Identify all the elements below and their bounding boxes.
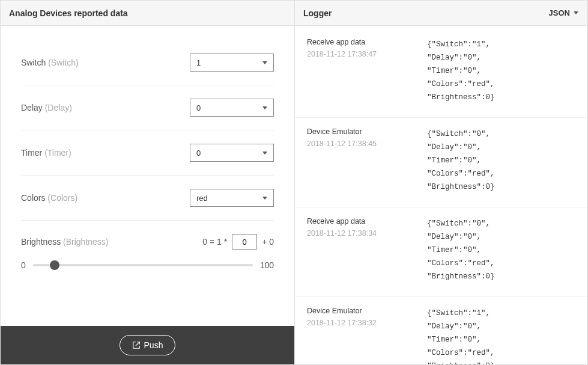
chevron-down-icon bbox=[262, 61, 267, 64]
logger-entry-title: Receive app data bbox=[307, 217, 427, 225]
field-colors-row: Colors (Colors) red bbox=[21, 176, 274, 221]
chevron-down-icon bbox=[262, 197, 267, 200]
logger-entry-timestamp: 2018-11-12 17:38:34 bbox=[307, 229, 427, 238]
field-timer-label: Timer (Timer) bbox=[21, 148, 190, 158]
brightness-min: 0 bbox=[21, 260, 26, 270]
logger-entry-payload: {"Switch":"0","Delay":"0","Timer":"0","C… bbox=[427, 217, 575, 283]
push-button-label: Push bbox=[144, 340, 163, 350]
field-switch-row: Switch (Switch) 1 bbox=[21, 40, 274, 85]
field-brightness-row: Brightness (Brightness) 0 = 1 * + 0 0 10… bbox=[21, 221, 274, 283]
logger-entry: Receive app data2018-11-12 17:38:34{"Swi… bbox=[295, 207, 587, 297]
reported-data-form: Switch (Switch) 1 Delay (Delay) bbox=[1, 26, 294, 293]
logger-entry: Device Emulator2018-11-12 17:38:45{"Swit… bbox=[295, 118, 587, 207]
colors-select-value: red bbox=[196, 194, 208, 203]
brightness-eq-suffix: + 0 bbox=[262, 237, 274, 247]
logger-entry: Receive app data2018-11-12 17:38:47{"Swi… bbox=[295, 28, 587, 118]
brightness-eq-prefix: 0 = 1 * bbox=[202, 237, 227, 247]
reported-data-body[interactable]: Switch (Switch) 1 Delay (Delay) bbox=[1, 26, 294, 326]
logger-header: Logger JSON bbox=[295, 1, 587, 26]
timer-select[interactable]: 0 bbox=[190, 144, 274, 162]
field-brightness-label: Brightness (Brightness) bbox=[21, 237, 198, 247]
reported-data-panel: Analog Devices reported data Switch (Swi… bbox=[1, 1, 295, 364]
chevron-down-icon bbox=[574, 11, 578, 14]
chevron-down-icon bbox=[262, 152, 267, 155]
field-timer-row: Timer (Timer) 0 bbox=[21, 130, 274, 176]
brightness-slider-thumb[interactable] bbox=[50, 260, 59, 270]
switch-select[interactable]: 1 bbox=[190, 54, 274, 72]
external-link-icon bbox=[132, 341, 141, 349]
logger-title: Logger bbox=[303, 8, 332, 18]
timer-select-value: 0 bbox=[196, 149, 201, 158]
field-delay-row: Delay (Delay) 0 bbox=[21, 85, 274, 130]
chevron-down-icon bbox=[262, 106, 267, 109]
logger-format-value: JSON bbox=[549, 8, 570, 17]
logger-entry-timestamp: 2018-11-12 17:38:45 bbox=[307, 140, 427, 148]
logger-format-select[interactable]: JSON bbox=[549, 8, 578, 17]
field-colors-label: Colors (Colors) bbox=[21, 193, 190, 203]
field-switch-label: Switch (Switch) bbox=[21, 58, 190, 67]
field-delay-label: Delay (Delay) bbox=[21, 103, 190, 112]
logger-body[interactable]: Receive app data2018-11-12 17:38:47{"Swi… bbox=[295, 26, 587, 364]
logger-entry-payload: {"Switch":"0","Delay":"0","Timer":"0","C… bbox=[427, 127, 575, 194]
logger-entry-timestamp: 2018-11-12 17:38:47 bbox=[307, 50, 427, 58]
logger-entry: Device Emulator2018-11-12 17:38:32{"Swit… bbox=[295, 297, 587, 364]
reported-data-header: Analog Devices reported data bbox=[1, 1, 294, 26]
reported-data-footer: Push bbox=[1, 326, 294, 364]
delay-select-value: 0 bbox=[196, 103, 201, 112]
delay-select[interactable]: 0 bbox=[190, 99, 274, 117]
colors-select[interactable]: red bbox=[190, 189, 274, 207]
logger-entry-title: Receive app data bbox=[307, 38, 427, 46]
switch-select-value: 1 bbox=[196, 58, 201, 67]
logger-entry-timestamp: 2018-11-12 17:38:32 bbox=[307, 319, 427, 327]
reported-data-title: Analog Devices reported data bbox=[9, 8, 128, 18]
logger-list: Receive app data2018-11-12 17:38:47{"Swi… bbox=[295, 26, 587, 364]
brightness-input[interactable] bbox=[232, 234, 257, 250]
logger-entry-payload: {"Switch":"1","Delay":"0","Timer":"0","C… bbox=[427, 38, 575, 104]
logger-entry-payload: {"Switch":"1","Delay":"0","Timer":"0","C… bbox=[427, 307, 575, 364]
brightness-slider[interactable] bbox=[33, 264, 253, 266]
brightness-max: 100 bbox=[260, 260, 274, 270]
logger-entry-title: Device Emulator bbox=[307, 127, 427, 136]
logger-panel: Logger JSON Receive app data2018-11-12 1… bbox=[295, 1, 587, 364]
logger-entry-title: Device Emulator bbox=[307, 307, 427, 315]
push-button[interactable]: Push bbox=[120, 335, 176, 355]
